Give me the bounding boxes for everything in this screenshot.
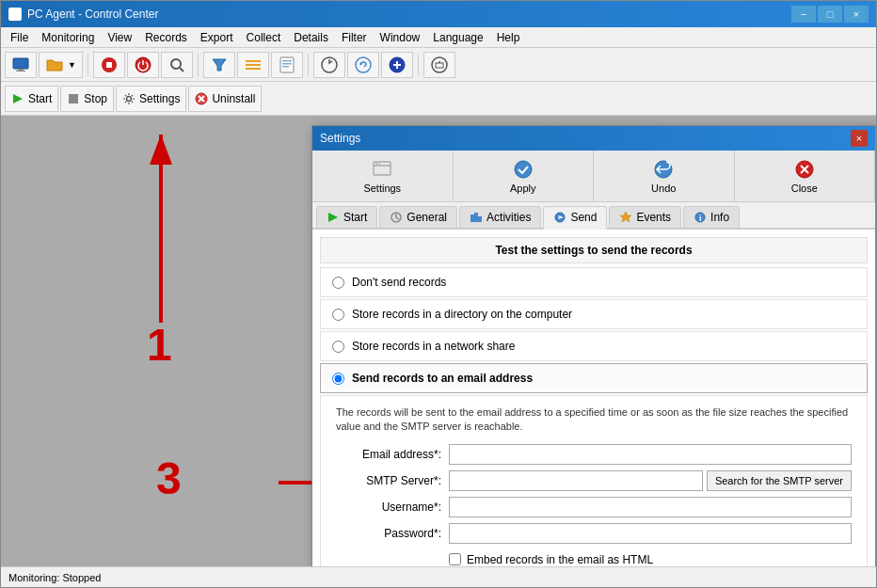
dialog-undo-icon [652,158,675,181]
embed-checkbox[interactable] [449,553,461,565]
email-field-row: Email address*: [336,444,852,465]
radio-store-network[interactable] [332,341,344,353]
tb-list-icon[interactable] [237,52,269,78]
magnify-icon [167,56,186,74]
report-icon [278,56,296,74]
tb-circle3[interactable] [381,52,413,78]
option-store-directory[interactable]: Store records in a directory on the comp… [320,299,868,329]
option-send-email[interactable]: Send records to an email address [320,363,868,393]
tb-search-icon[interactable] [161,52,193,78]
sync-icon [354,56,373,74]
separator-2 [198,54,199,76]
menu-bar: File Monitoring View Records Export Coll… [1,27,876,48]
svg-rect-50 [478,216,482,222]
password-field-row: Password*: [336,523,852,544]
menu-records[interactable]: Records [139,29,193,46]
monitor-icon [11,56,30,74]
minimize-button[interactable]: − [791,6,816,23]
tab-info[interactable]: i Info [683,206,740,228]
search-smtp-button[interactable]: Search for the SMTP server [707,470,852,491]
list-icon [244,56,263,74]
radio-store-directory[interactable] [332,309,344,321]
close-window-button[interactable]: × [844,6,869,23]
filter-icon [210,56,229,74]
svg-point-19 [432,57,447,72]
option-store-network[interactable]: Store records in a network share [320,331,868,361]
smtp-label: SMTP Server*: [336,474,449,487]
dialog-apply-button[interactable]: Apply [454,151,595,201]
menu-view[interactable]: View [102,29,137,46]
tb-icon-folder[interactable]: ▼ [39,52,83,78]
svg-point-17 [356,57,371,72]
password-input[interactable] [449,523,852,544]
start-button[interactable]: Start [5,86,58,112]
menu-window[interactable]: Window [375,29,426,46]
tb-icon-1[interactable] [5,52,37,78]
dialog-close-toolbar-button[interactable]: Close [735,151,876,201]
email-label: Email address*: [336,448,449,461]
tab-events[interactable]: Events [609,206,681,228]
embed-checkbox-row: Embed records in the email as HTML [449,549,852,566]
email-input[interactable] [449,444,852,465]
svg-rect-2 [16,71,25,72]
uninstall-button[interactable]: Uninstall [188,86,262,112]
dialog-undo-button[interactable]: Undo [594,151,735,201]
tb-circle2[interactable] [347,52,379,78]
menu-monitoring[interactable]: Monitoring [36,29,100,46]
tab-send[interactable]: Send [543,206,607,230]
start-label: Start [28,92,52,105]
tb-circle4[interactable] [423,52,455,78]
username-input[interactable] [449,497,852,517]
menu-collect[interactable]: Collect [241,29,287,46]
collect-icon [388,56,407,74]
tb-power-icon[interactable] [127,52,159,78]
svg-rect-48 [470,215,474,222]
tb-filter-icon[interactable] [203,52,235,78]
stop-button[interactable]: Stop [60,86,114,112]
svg-text:i: i [699,214,702,223]
tb-stop-icon[interactable] [93,52,125,78]
dialog-apply-icon [512,158,534,181]
menu-help[interactable]: Help [491,29,526,46]
action-bar: Start Stop Settings Uninstall [1,82,876,116]
separator-4 [418,54,419,76]
smtp-input-group: Search for the SMTP server [449,470,852,491]
menu-language[interactable]: Language [427,29,488,46]
maximize-button[interactable]: □ [818,6,842,23]
uninstall-label: Uninstall [212,92,255,105]
tb-report-icon[interactable] [271,52,303,78]
dialog-toolbar: Settings Apply Undo [312,151,875,202]
radio-dont-send[interactable] [332,277,344,289]
svg-point-24 [127,96,132,101]
window-title: PC Agent - Control Center [27,8,158,21]
svg-text:3: 3 [156,453,182,503]
dialog-close-label: Close [791,183,818,194]
dialog-settings-button[interactable]: Settings [312,151,454,201]
tab-activities[interactable]: Activities [459,206,541,228]
option-dont-send-label: Don't send records [352,276,446,289]
radio-send-email[interactable] [332,373,344,385]
svg-marker-22 [13,94,23,103]
menu-filter[interactable]: Filter [336,29,373,46]
menu-details[interactable]: Details [288,29,334,46]
svg-rect-20 [436,63,443,68]
menu-file[interactable]: File [5,29,34,46]
menu-export[interactable]: Export [195,29,239,46]
tb-circle1[interactable] [313,52,345,78]
stop-red-icon [100,56,119,74]
tab-start[interactable]: Start [316,206,377,228]
svg-rect-14 [282,63,292,65]
option-dont-send[interactable]: Don't send records [320,267,868,297]
svg-rect-9 [246,60,261,62]
settings-label: Settings [139,92,180,105]
dialog-close-button[interactable]: × [851,130,868,147]
tab-general[interactable]: General [379,206,457,228]
svg-marker-8 [213,59,226,71]
smtp-input[interactable] [449,470,703,491]
title-bar-left: PC Agent - Control Center [8,8,158,21]
settings-button[interactable]: Settings [116,86,186,112]
svg-rect-1 [18,69,24,71]
svg-line-7 [180,68,183,72]
svg-text:1: 1 [147,320,172,370]
refresh-icon [320,56,339,74]
